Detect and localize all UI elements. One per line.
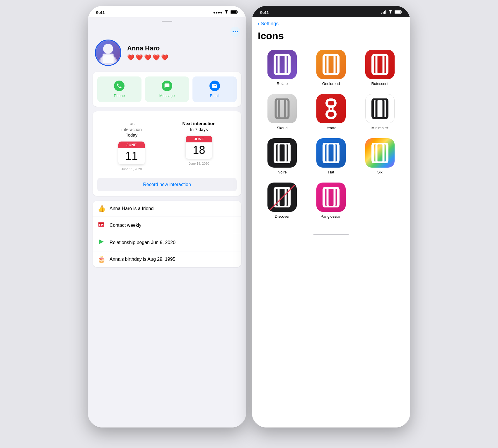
right-phone-content: ‹ Settings Icons Relate	[252, 17, 410, 427]
relationship-icon	[97, 238, 105, 247]
panglossian-label: Panglossian	[321, 214, 342, 219]
svg-rect-27	[324, 55, 338, 74]
right-time: 9:41	[260, 10, 269, 15]
right-battery-icon	[395, 10, 402, 15]
svg-rect-21	[386, 10, 386, 14]
svg-point-4	[235, 31, 236, 32]
icon-item-flat[interactable]: Flat	[309, 138, 353, 174]
last-interaction-calendar: June 11	[118, 142, 145, 165]
svg-rect-29	[373, 55, 387, 74]
heart-1: ❤️	[127, 54, 134, 61]
svg-rect-13	[101, 224, 102, 225]
svg-rect-19	[383, 12, 384, 14]
svg-rect-15	[99, 225, 100, 226]
svg-rect-25	[275, 55, 289, 74]
avatar-image	[96, 40, 120, 65]
heart-3: ❤️	[144, 54, 151, 61]
contact-name: Anna Haro	[127, 45, 239, 52]
icon-item-relate[interactable]: Relate	[260, 50, 304, 86]
last-cal-day: 11	[118, 150, 145, 162]
left-status-bar: 9:41 ●●●●	[88, 6, 246, 17]
right-phone-frame: 9:41 ‹ Settings Icons	[252, 6, 410, 427]
icon-item-six[interactable]: Six	[358, 138, 402, 174]
svg-rect-20	[384, 11, 385, 14]
profile-section: Anna Haro ❤️ ❤️ ❤️ ❤️ ❤️	[88, 37, 246, 72]
svg-rect-42	[373, 143, 387, 163]
record-interaction-button[interactable]: Record new interaction	[97, 178, 237, 191]
action-buttons-card: Phone Message Email	[93, 72, 241, 107]
geoluread-label: Geoluread	[322, 81, 340, 86]
back-label: Settings	[261, 21, 279, 27]
skeud-icon	[267, 94, 297, 123]
svg-rect-8	[103, 54, 113, 63]
icon-item-rufescent[interactable]: Rufescent	[358, 50, 402, 86]
svg-rect-47	[328, 188, 335, 207]
list-item-contact-weekly: Contact weekly	[93, 217, 241, 234]
next-interaction-label: Next interactionIn 7 days	[182, 121, 215, 132]
last-interaction-label: LastinteractionToday	[122, 121, 142, 138]
icon-item-discover[interactable]: Discover	[260, 183, 304, 219]
svg-rect-11	[98, 222, 104, 223]
next-cal-day: 18	[186, 144, 212, 156]
iterate-icon	[316, 94, 346, 123]
last-interaction-col: LastinteractionToday June 11 June 11, 20…	[118, 121, 145, 171]
icon-item-iterate[interactable]: Iterate	[309, 94, 353, 130]
svg-point-6	[103, 44, 113, 54]
svg-rect-41	[328, 143, 335, 163]
email-button[interactable]: Email	[192, 76, 237, 102]
svg-rect-40	[324, 143, 338, 163]
settings-nav: ‹ Settings	[252, 17, 410, 28]
message-button[interactable]: Message	[145, 76, 189, 102]
phone-button[interactable]: Phone	[97, 76, 141, 102]
svg-rect-28	[328, 55, 335, 74]
calendar-icon	[97, 221, 105, 230]
birthday-icon: 🎂	[97, 255, 105, 263]
message-icon	[162, 81, 172, 91]
back-button[interactable]: ‹ Settings	[258, 21, 404, 27]
svg-rect-23	[401, 11, 402, 13]
svg-point-5	[237, 31, 238, 32]
left-time: 9:41	[96, 10, 105, 15]
icon-item-geoluread[interactable]: Geoluread	[309, 50, 353, 86]
six-label: Six	[377, 170, 383, 174]
last-full-date: June 11, 2020	[121, 167, 142, 171]
left-phone-frame: 9:41 ●●●●	[88, 6, 246, 427]
relationship-text: Relationship began Jun 9, 2020	[110, 240, 175, 245]
next-cal-month: June	[186, 136, 212, 142]
left-signal-icon: ●●●●	[213, 10, 222, 15]
rufescent-label: Rufescent	[371, 81, 388, 86]
right-home-bar	[252, 230, 410, 241]
noire-icon	[267, 138, 297, 168]
svg-marker-17	[99, 239, 104, 244]
email-icon	[209, 81, 220, 91]
svg-rect-38	[275, 143, 289, 163]
info-list-card: 👍 Anna Haro is a friend Contact weekly R…	[93, 201, 241, 267]
friend-icon: 👍	[97, 205, 105, 212]
contact-weekly-text: Contact weekly	[110, 223, 141, 228]
svg-rect-16	[101, 225, 102, 226]
hearts-row: ❤️ ❤️ ❤️ ❤️ ❤️	[127, 54, 239, 61]
heart-2: ❤️	[136, 54, 143, 61]
svg-rect-2	[231, 11, 237, 13]
more-options-button[interactable]	[230, 27, 240, 37]
left-battery-icon	[231, 10, 238, 15]
icon-item-skeud[interactable]: Skeud	[260, 94, 304, 130]
icon-item-panglossian[interactable]: Panglossian	[309, 183, 353, 219]
pull-handle	[88, 17, 246, 24]
left-wifi-icon	[224, 10, 229, 15]
right-wifi-icon	[388, 10, 393, 15]
home-bar-pill	[313, 234, 349, 235]
list-item-birthday: 🎂 Anna's birthday is Aug 29, 1995	[93, 251, 241, 267]
list-item-friend: 👍 Anna Haro is a friend	[93, 201, 241, 217]
skeud-label: Skeud	[277, 126, 288, 130]
action-buttons-row: Phone Message Email	[97, 76, 237, 102]
icon-item-minimalist[interactable]: Minimalist	[358, 94, 402, 130]
discover-label: Discover	[275, 214, 290, 219]
svg-rect-30	[376, 55, 383, 74]
relate-label: Relate	[277, 81, 288, 86]
next-interaction-calendar: June 18	[186, 136, 212, 159]
right-signal-icon	[381, 10, 386, 15]
svg-rect-39	[279, 143, 286, 163]
icon-item-noire[interactable]: Noire	[260, 138, 304, 174]
right-status-bar: 9:41	[252, 6, 410, 17]
